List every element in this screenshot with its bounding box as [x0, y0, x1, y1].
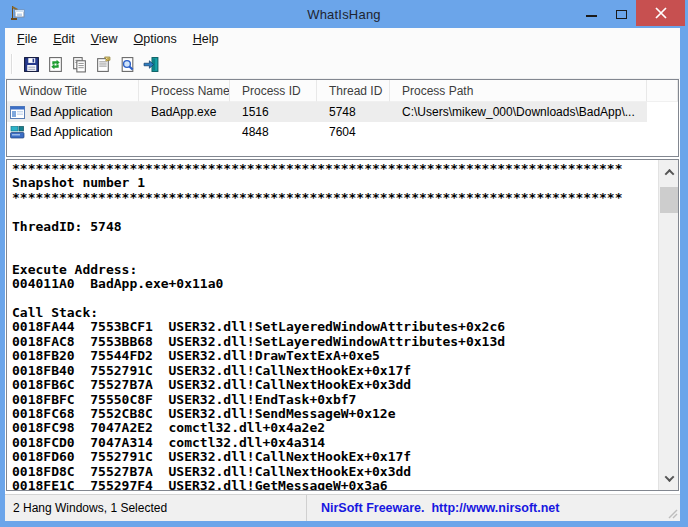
cell-process-id: 1516 [230, 102, 317, 122]
table-row[interactable]: Bad Application 4848 7604 [7, 122, 678, 142]
list-empty-space [7, 142, 678, 156]
column-header-process-path[interactable]: Process Path [390, 80, 647, 102]
exit-icon [143, 56, 160, 73]
menu-edit[interactable]: Edit [45, 30, 83, 48]
maximize-icon [616, 10, 627, 19]
scrollbar-thumb[interactable] [660, 187, 678, 213]
menu-view[interactable]: View [83, 30, 126, 48]
cell-process-name [139, 122, 230, 142]
client-area: File Edit View Options Help [5, 28, 680, 521]
application-icon [10, 126, 25, 139]
properties-icon [95, 56, 112, 73]
scroll-down-button[interactable] [659, 468, 679, 488]
copy-icon [71, 56, 88, 73]
find-button[interactable] [115, 52, 139, 76]
close-icon [655, 7, 667, 19]
hang-report-pane[interactable]: ****************************************… [6, 159, 679, 491]
nirsoft-link[interactable]: NirSoft Freeware. http://www.nirsoft.net [307, 495, 680, 521]
list-header: Window Title Process Name Process ID Thr… [7, 80, 678, 102]
scroll-up-button[interactable] [659, 162, 679, 182]
copy-button[interactable] [67, 52, 91, 76]
table-row[interactable]: Bad Application BadApp.exe 1516 5748 C:\… [7, 102, 678, 122]
cell-process-path: C:\Users\mikew_000\Downloads\BadApp\... [390, 102, 647, 122]
menu-help[interactable]: Help [185, 30, 227, 48]
menu-file[interactable]: File [9, 30, 45, 48]
chevron-down-icon [664, 472, 674, 482]
cell-window-title: Bad Application [30, 125, 113, 139]
window-icon [10, 106, 25, 119]
find-icon [119, 56, 136, 73]
vertical-scrollbar[interactable] [658, 160, 678, 490]
menu-bar: File Edit View Options Help [5, 28, 680, 50]
refresh-icon [47, 56, 64, 73]
column-header-process-id[interactable]: Process ID [230, 80, 317, 102]
toolbar-gripper [11, 54, 13, 74]
report-text: ****************************************… [12, 162, 656, 490]
status-bar: 2 Hang Windows, 1 Selected NirSoft Freew… [5, 494, 680, 521]
hang-windows-list: Window Title Process Name Process ID Thr… [6, 79, 679, 157]
column-header-process-name[interactable]: Process Name [139, 80, 230, 102]
save-icon [23, 56, 40, 73]
cell-thread-id: 7604 [317, 122, 390, 142]
cell-process-id: 4848 [230, 122, 317, 142]
cell-thread-id: 5748 [317, 102, 390, 122]
cell-process-name: BadApp.exe [139, 102, 230, 122]
resize-grip-icon[interactable] [666, 507, 678, 519]
minimize-button[interactable] [576, 0, 606, 26]
exit-button[interactable] [139, 52, 163, 76]
minimize-icon [586, 15, 597, 17]
save-button[interactable] [19, 52, 43, 76]
whatishang-window: WhatIsHang File Edit View Options Help [0, 0, 688, 527]
cell-process-path [390, 122, 647, 142]
toolbar [5, 50, 680, 79]
menu-options[interactable]: Options [126, 30, 185, 48]
column-header-filler [647, 80, 678, 102]
title-bar[interactable]: WhatIsHang [0, 0, 688, 28]
properties-button[interactable] [91, 52, 115, 76]
status-selection-text: 2 Hang Windows, 1 Selected [5, 495, 307, 521]
close-button[interactable] [636, 0, 685, 26]
cell-window-title: Bad Application [30, 105, 113, 119]
maximize-button[interactable] [606, 0, 636, 26]
column-header-window-title[interactable]: Window Title [7, 80, 139, 102]
chevron-up-icon [664, 168, 674, 178]
refresh-button[interactable] [43, 52, 67, 76]
column-header-thread-id[interactable]: Thread ID [317, 80, 390, 102]
